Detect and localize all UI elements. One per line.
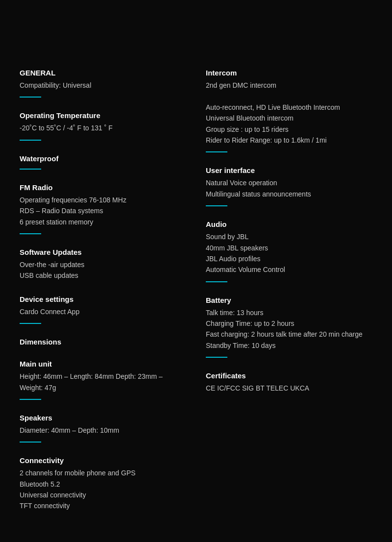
- content-grid: GENERALCompatibility: UniversalOperating…: [20, 69, 372, 525]
- section-divider: [20, 97, 41, 98]
- spec-section-device-settings: Device settingsCardo Connect App: [20, 295, 186, 324]
- section-line: Rider to Rider Range: up to 1.6km / 1mi: [206, 135, 372, 146]
- spec-section-intercom: Intercom2nd gen DMC intercomAuto-reconne…: [206, 69, 372, 152]
- section-divider: [20, 399, 41, 400]
- spec-section-audio: AudioSound by JBL40mm JBL speakersJBL Au…: [206, 220, 372, 282]
- section-line: USB cable updates: [20, 270, 186, 281]
- section-title-waterproof: Waterproof: [20, 154, 186, 163]
- spec-section-operating-temperature: Operating Temperature-20˚C to 55˚C / -4˚…: [20, 111, 186, 140]
- left-column: GENERALCompatibility: UniversalOperating…: [20, 69, 186, 525]
- spec-section-dimensions: Dimensions: [20, 338, 186, 346]
- spec-section-fm-radio: FM RadioOperating frequencies 76-108 MHz…: [20, 183, 186, 234]
- spec-section-connectivity: Connectivity2 channels for mobile phone …: [20, 456, 186, 512]
- section-divider: [20, 233, 41, 234]
- section-body-audio: Sound by JBL40mm JBL speakersJBL Audio p…: [206, 231, 372, 275]
- spec-section-waterproof: Waterproof: [20, 154, 186, 170]
- section-line: Sound by JBL: [206, 231, 372, 242]
- section-title-fm-radio: FM Radio: [20, 183, 186, 192]
- section-title-user-interface: User interface: [206, 166, 372, 174]
- section-line: 2 channels for mobile phone and GPS: [20, 468, 186, 478]
- section-title-audio: Audio: [206, 220, 372, 228]
- section-line: Fast charging: 2 hours talk time after 2…: [206, 329, 372, 340]
- section-title-connectivity: Connectivity: [20, 456, 186, 465]
- section-line: Height: 46mm – Length: 84mm Depth: 23mm …: [20, 371, 186, 393]
- section-title-dimensions: Dimensions: [20, 338, 186, 346]
- section-line: Diameter: 40mm – Depth: 10mm: [20, 425, 186, 436]
- section-line: JBL Audio profiles: [206, 253, 372, 264]
- section-line: Multilingual status announcements: [206, 189, 372, 199]
- section-line: 40mm JBL speakers: [206, 243, 372, 253]
- section-divider: [206, 205, 227, 206]
- section-line: CE IC/FCC SIG BT TELEC UKCA: [206, 383, 372, 394]
- section-line: Cardo Connect App: [20, 306, 186, 317]
- section-body-main-unit: Height: 46mm – Length: 84mm Depth: 23mm …: [20, 371, 186, 393]
- section-line: Auto-reconnect, HD Live Bluetooth Interc…: [206, 102, 372, 113]
- spec-section-certificates: CertificatesCE IC/FCC SIG BT TELEC UKCA: [206, 371, 372, 394]
- section-line: Natural Voice operation: [206, 177, 372, 188]
- section-title-intercom: Intercom: [206, 69, 372, 77]
- section-title-device-settings: Device settings: [20, 295, 186, 303]
- section-title-battery: Battery: [206, 296, 372, 304]
- section-line: Universal connectivity: [20, 490, 186, 500]
- section-line: 6 preset station memory: [20, 217, 186, 227]
- section-line: Bluetooth 5.2: [20, 479, 186, 490]
- section-divider: [20, 169, 41, 170]
- section-line: Over-the -air updates: [20, 259, 186, 270]
- section-divider: [206, 357, 227, 358]
- section-body-user-interface: Natural Voice operationMultilingual stat…: [206, 177, 372, 199]
- section-body-software-updates: Over-the -air updatesUSB cable updates: [20, 259, 186, 281]
- section-divider: [20, 442, 41, 443]
- spec-section-software-updates: Software UpdatesOver-the -air updatesUSB…: [20, 248, 186, 281]
- section-body-connectivity: 2 channels for mobile phone and GPSBluet…: [20, 468, 186, 512]
- section-line: -20˚C to 55˚C / -4˚ F to 131 ˚ F: [20, 123, 186, 133]
- spec-section-general: GENERALCompatibility: Universal: [20, 69, 186, 98]
- spec-section-main-unit: Main unitHeight: 46mm – Length: 84mm Dep…: [20, 360, 186, 400]
- section-divider: [206, 151, 227, 152]
- section-body-speakers: Diameter: 40mm – Depth: 10mm: [20, 425, 186, 436]
- section-body-intercom: 2nd gen DMC intercomAuto-reconnect, HD L…: [206, 80, 372, 146]
- section-title-main-unit: Main unit: [20, 360, 186, 368]
- right-column: Intercom2nd gen DMC intercomAuto-reconne…: [206, 69, 372, 525]
- section-divider: [20, 323, 41, 324]
- section-body-operating-temperature: -20˚C to 55˚C / -4˚ F to 131 ˚ F: [20, 123, 186, 133]
- section-title-speakers: Speakers: [20, 414, 186, 422]
- section-title-software-updates: Software Updates: [20, 248, 186, 256]
- page-title: [20, 20, 372, 49]
- section-body-fm-radio: Operating frequencies 76-108 MHzRDS – Ra…: [20, 195, 186, 227]
- section-divider: [206, 281, 227, 282]
- section-line: RDS – Radio Data systems: [20, 205, 186, 216]
- section-line: Group size : up to 15 riders: [206, 124, 372, 135]
- section-line: Talk time: 13 hours: [206, 307, 372, 318]
- section-line: Charging Time: up to 2 hours: [206, 318, 372, 329]
- section-line: TFT connectivity: [20, 500, 186, 511]
- section-title-operating-temperature: Operating Temperature: [20, 111, 186, 120]
- section-title-certificates: Certificates: [206, 371, 372, 380]
- section-body-device-settings: Cardo Connect App: [20, 306, 186, 317]
- spec-section-user-interface: User interfaceNatural Voice operationMul…: [206, 166, 372, 206]
- section-divider: [20, 140, 41, 141]
- section-line: Standby Time: 10 days: [206, 340, 372, 351]
- section-line: Universal Bluetooth intercom: [206, 113, 372, 123]
- section-line: Compatibility: Universal: [20, 80, 186, 91]
- section-body-certificates: CE IC/FCC SIG BT TELEC UKCA: [206, 383, 372, 394]
- section-line: Operating frequencies 76-108 MHz: [20, 195, 186, 205]
- section-body-battery: Talk time: 13 hoursCharging Time: up to …: [206, 307, 372, 351]
- spec-section-battery: BatteryTalk time: 13 hoursCharging Time:…: [206, 296, 372, 358]
- section-line: 2nd gen DMC intercom: [206, 80, 372, 91]
- section-body-general: Compatibility: Universal: [20, 80, 186, 91]
- spec-section-speakers: SpeakersDiameter: 40mm – Depth: 10mm: [20, 414, 186, 443]
- section-line: Automatic Volume Control: [206, 264, 372, 275]
- section-title-general: GENERAL: [20, 69, 186, 77]
